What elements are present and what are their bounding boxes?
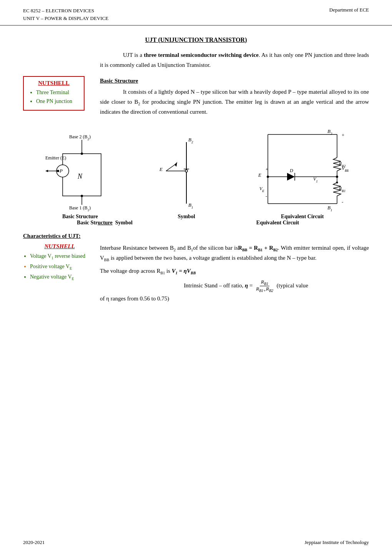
svg-marker-39 xyxy=(287,173,295,181)
svg-point-4 xyxy=(81,153,83,155)
intro-text: UJT is a three terminal semiconductor sw… xyxy=(100,50,369,72)
svg-text:B1: B1 xyxy=(327,205,332,211)
combined-caption: Basic Structure Symbol xyxy=(68,220,141,226)
header-line2: UNIT V – POWER & DISPLAY DEVICE xyxy=(23,15,108,22)
page: EC 8252 – ELECTRON DEVICES UNIT V – POWE… xyxy=(0,0,392,554)
page-title: UJT (UNIJUNCTION TRANSISTOR) xyxy=(23,36,369,43)
eta-numerator: RB1 xyxy=(260,279,269,286)
nutshell2-box: NUTSHELL Voltage V1 reverse biased Posit… xyxy=(23,243,96,281)
figure-3: RB2 RB1 B2 + VBB xyxy=(256,127,349,220)
svg-text:VE: VE xyxy=(259,186,264,193)
footer-year: 2020-2021 xyxy=(23,539,45,546)
symbol-svg: B2 B1 E xyxy=(158,131,215,211)
figure-captions-row: Basic Structure Symbol Equivalent Circui… xyxy=(23,220,369,226)
svg-text:Base 1 (B1): Base 1 (B1) xyxy=(69,205,91,211)
nutshell2-col: NUTSHELL Voltage V1 reverse biased Posit… xyxy=(23,243,100,302)
fig2-caption: Symbol xyxy=(178,214,195,220)
main-content: UJT (UNIJUNCTION TRANSISTOR) UJT is a th… xyxy=(0,26,392,309)
fig1-caption: Basic Structure xyxy=(62,214,98,220)
basic-structure-svg: N Base 2 (B2) Base 1 (B1) P xyxy=(43,131,116,211)
svg-text:B1: B1 xyxy=(188,202,193,209)
intrinsic-ratio-formula: Intrinsic Stand – off ratio, η = RB1 RB1… xyxy=(123,279,369,292)
svg-text:P: P xyxy=(59,168,63,174)
characteristics-section: NUTSHELL Voltage V1 reverse biased Posit… xyxy=(23,243,369,302)
nutshell-col: NUTSHELL Three Terminal One PN junction xyxy=(23,76,100,119)
svg-point-12 xyxy=(57,170,59,172)
svg-text:RB1: RB1 xyxy=(339,186,345,193)
footer-institute: Jeppiaar Institute of Technology xyxy=(305,539,369,546)
nutshell-list: Three Terminal One PN junction xyxy=(29,89,78,105)
figure-1: N Base 2 (B2) Base 1 (B1) P xyxy=(43,131,116,220)
svg-text:Base 2 (B2): Base 2 (B2) xyxy=(69,134,91,141)
char-item-3: Negative voltage VE xyxy=(30,273,96,282)
svg-point-48 xyxy=(336,182,338,184)
header-line1: EC 8252 – ELECTRON DEVICES xyxy=(23,7,108,15)
header-right: Department of ECE xyxy=(329,7,369,13)
svg-point-43 xyxy=(336,176,338,178)
intro-section: UJT is a three terminal semiconductor sw… xyxy=(23,50,369,72)
svg-text:E: E xyxy=(258,172,261,178)
svg-marker-13 xyxy=(45,170,48,172)
eta-denominator: RB1+RB2 xyxy=(255,286,274,293)
equiv-circuit-caption: Equivalent Circuit xyxy=(232,220,324,226)
svg-point-7 xyxy=(81,195,83,197)
structure-para: It consists of a lightly doped N – type … xyxy=(100,87,369,117)
nutshell-box: NUTSHELL Three Terminal One PN junction xyxy=(23,76,85,111)
char-para-3: of η ranges from 0.56 to 0.75) xyxy=(100,295,369,302)
nutshell2-list: Voltage V1 reverse biased Positive volta… xyxy=(23,252,96,281)
figures-row: N Base 2 (B2) Base 1 (B1) P xyxy=(23,127,369,220)
svg-text:E: E xyxy=(159,166,163,172)
nutshell-item-1: Three Terminal xyxy=(36,89,78,96)
nutshell-item-2: One PN junction xyxy=(36,98,78,105)
intro-left-spacer xyxy=(23,50,100,72)
fig3-caption: Equivalent Circuit xyxy=(281,214,324,220)
char-text-col: Interbase Resistance between B2 and B1of… xyxy=(100,243,369,302)
svg-text:B2: B2 xyxy=(188,137,193,144)
equiv-circuit-svg: RB2 RB1 B2 + VBB xyxy=(256,127,349,211)
nutshell-structure-section: NUTSHELL Three Terminal One PN junction … xyxy=(23,76,369,119)
svg-text:-: - xyxy=(266,194,267,199)
nutshell-title: NUTSHELL xyxy=(29,80,78,86)
char-item-1: Voltage V1 reverse biased xyxy=(30,252,96,261)
structure-col: Basic Structure It consists of a lightly… xyxy=(100,76,369,119)
svg-text:+: + xyxy=(266,167,268,172)
char-para-2: The voltage drop across RB1 is V1 = ηVBB xyxy=(100,266,369,276)
header: EC 8252 – ELECTRON DEVICES UNIT V – POWE… xyxy=(0,0,392,26)
svg-text:+: + xyxy=(342,132,344,138)
char-item-2: Positive voltage VE xyxy=(30,262,96,271)
figure-2: B2 B1 E Symbol xyxy=(158,131,215,220)
svg-text:Emitter (E): Emitter (E) xyxy=(45,155,66,161)
intro-para: UJT is a three terminal semiconductor sw… xyxy=(100,50,369,70)
char-para-1: Interbase Resistance between B2 and B1of… xyxy=(100,243,369,263)
nutshell2-title: NUTSHELL xyxy=(23,243,96,250)
svg-text:V1: V1 xyxy=(313,176,318,183)
eta-fraction: RB1 RB1+RB2 xyxy=(255,279,274,292)
characteristics-title: Characteristics of UJT: xyxy=(23,233,369,239)
basic-structure-title: Basic Structure xyxy=(100,78,369,84)
footer: 2020-2021 Jeppiaar Institute of Technolo… xyxy=(23,539,369,546)
svg-text:D: D xyxy=(289,168,293,173)
svg-text:N: N xyxy=(77,173,83,180)
svg-text:-: - xyxy=(342,199,343,205)
svg-point-19 xyxy=(185,170,188,172)
header-left: EC 8252 – ELECTRON DEVICES UNIT V – POWE… xyxy=(23,7,108,22)
